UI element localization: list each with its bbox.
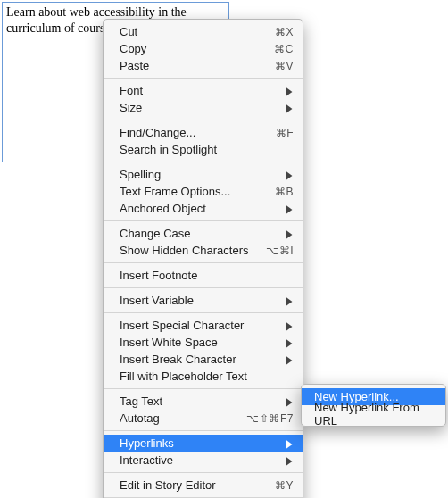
chevron-right-icon: ▶ xyxy=(286,103,292,113)
menu-paste-label: Paste xyxy=(120,59,268,72)
menu-autotag-shortcut: ⌥⇧⌘F7 xyxy=(246,412,294,425)
menu-insert-variable[interactable]: Insert Variable▶ xyxy=(104,292,303,309)
menu-edit-story-editor[interactable]: Edit in Story Editor⌘Y xyxy=(104,477,303,494)
menu-size-label: Size xyxy=(120,101,280,114)
menu-tag-text-label: Tag Text xyxy=(120,394,280,408)
menu-separator xyxy=(104,220,303,221)
chevron-right-icon: ▶ xyxy=(286,320,292,331)
menu-separator xyxy=(104,388,303,389)
menu-insert-variable-label: Insert Variable xyxy=(120,294,280,307)
menu-change-case-label: Change Case xyxy=(120,227,280,240)
menu-text-frame-options[interactable]: Text Frame Options...⌘B xyxy=(104,183,303,200)
chevron-right-icon: ▶ xyxy=(286,203,292,214)
menu-search-spotlight-label: Search in Spotlight xyxy=(120,143,294,156)
chevron-right-icon: ▶ xyxy=(286,337,292,348)
menu-edit-story-editor-shortcut: ⌘Y xyxy=(275,479,294,492)
chevron-right-icon: ▶ xyxy=(286,295,292,306)
menu-change-case[interactable]: Change Case▶ xyxy=(104,225,303,242)
menu-separator xyxy=(104,120,303,120)
menu-cut-label: Cut xyxy=(120,25,268,38)
chevron-right-icon: ▶ xyxy=(286,170,292,180)
menu-insert-footnote-label: Insert Footnote xyxy=(120,269,294,282)
menu-insert-special-char[interactable]: Insert Special Character▶ xyxy=(104,317,303,334)
chevron-right-icon: ▶ xyxy=(286,354,292,365)
chevron-right-icon: ▶ xyxy=(286,455,292,466)
menu-separator xyxy=(104,430,303,431)
menu-spelling-label: Spelling xyxy=(120,168,280,181)
menu-copy-label: Copy xyxy=(120,42,267,55)
menu-insert-special-char-label: Insert Special Character xyxy=(120,319,280,332)
menu-show-hidden-chars-shortcut: ⌥⌘I xyxy=(266,245,294,257)
submenu-new-hyperlink-url-label: New Hyperlink From URL xyxy=(314,401,436,427)
menu-separator xyxy=(104,262,303,263)
menu-text-frame-options-label: Text Frame Options... xyxy=(120,185,268,198)
menu-show-hidden-chars-label: Show Hidden Characters xyxy=(120,244,259,257)
menu-copy-shortcut: ⌘C xyxy=(274,43,294,55)
menu-paste-shortcut: ⌘V xyxy=(275,60,294,72)
menu-tag-text[interactable]: Tag Text▶ xyxy=(104,393,303,410)
submenu-new-hyperlink-url[interactable]: New Hyperlink From URL xyxy=(302,405,445,422)
menu-insert-break-char-label: Insert Break Character xyxy=(120,353,280,366)
menu-size[interactable]: Size▶ xyxy=(104,99,303,116)
menu-text-frame-options-shortcut: ⌘B xyxy=(275,186,294,198)
menu-anchored-object-label: Anchored Object xyxy=(120,202,280,215)
chevron-right-icon: ▶ xyxy=(286,438,292,449)
menu-search-spotlight[interactable]: Search in Spotlight xyxy=(104,141,303,158)
menu-separator xyxy=(104,312,303,313)
menu-cut-shortcut: ⌘X xyxy=(275,26,294,38)
hyperlinks-submenu: New Hyperlink...New Hyperlink From URL xyxy=(301,384,446,427)
menu-cut[interactable]: Cut⌘X xyxy=(104,23,303,40)
chevron-right-icon: ▶ xyxy=(286,86,292,96)
chevron-right-icon: ▶ xyxy=(286,396,292,407)
menu-separator xyxy=(104,472,303,473)
menu-hyperlinks-label: Hyperlinks xyxy=(120,436,280,450)
menu-insert-white-space[interactable]: Insert White Space▶ xyxy=(104,334,303,351)
menu-autotag-label: Autotag xyxy=(120,411,239,425)
menu-anchored-object[interactable]: Anchored Object▶ xyxy=(104,200,303,217)
menu-show-hidden-chars[interactable]: Show Hidden Characters⌥⌘I xyxy=(104,242,303,259)
menu-font[interactable]: Font▶ xyxy=(104,82,303,99)
menu-find-change-label: Find/Change... xyxy=(120,126,269,139)
menu-find-change-shortcut: ⌘F xyxy=(276,127,294,139)
menu-spelling[interactable]: Spelling▶ xyxy=(104,166,303,183)
menu-insert-white-space-label: Insert White Space xyxy=(120,336,280,349)
menu-edit-story-editor-label: Edit in Story Editor xyxy=(120,478,268,492)
menu-find-change[interactable]: Find/Change...⌘F xyxy=(104,124,303,141)
menu-interactive[interactable]: Interactive▶ xyxy=(104,452,303,469)
menu-insert-break-char[interactable]: Insert Break Character▶ xyxy=(104,351,303,368)
menu-separator xyxy=(104,287,303,288)
chevron-right-icon: ▶ xyxy=(286,228,292,239)
menu-separator xyxy=(104,162,303,162)
menu-fill-placeholder[interactable]: Fill with Placeholder Text xyxy=(104,368,303,385)
menu-autotag[interactable]: Autotag⌥⇧⌘F7 xyxy=(104,410,303,427)
menu-font-label: Font xyxy=(120,84,280,97)
menu-paste[interactable]: Paste⌘V xyxy=(104,57,303,74)
menu-separator xyxy=(104,78,303,79)
menu-copy[interactable]: Copy⌘C xyxy=(104,40,303,57)
menu-interactive-label: Interactive xyxy=(120,453,280,467)
menu-hyperlinks[interactable]: Hyperlinks▶ xyxy=(104,435,303,452)
menu-insert-footnote[interactable]: Insert Footnote xyxy=(104,267,303,284)
menu-fill-placeholder-label: Fill with Placeholder Text xyxy=(120,369,294,383)
context-menu: Cut⌘XCopy⌘CPaste⌘VFont▶Size▶Find/Change.… xyxy=(103,19,303,498)
